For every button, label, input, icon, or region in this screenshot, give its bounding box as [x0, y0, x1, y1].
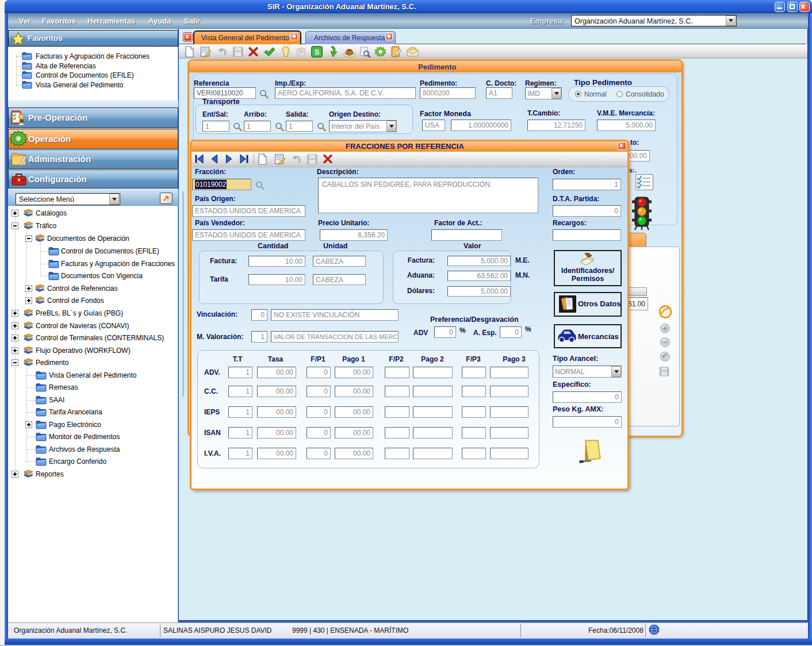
svg-text:S: S	[315, 48, 320, 56]
